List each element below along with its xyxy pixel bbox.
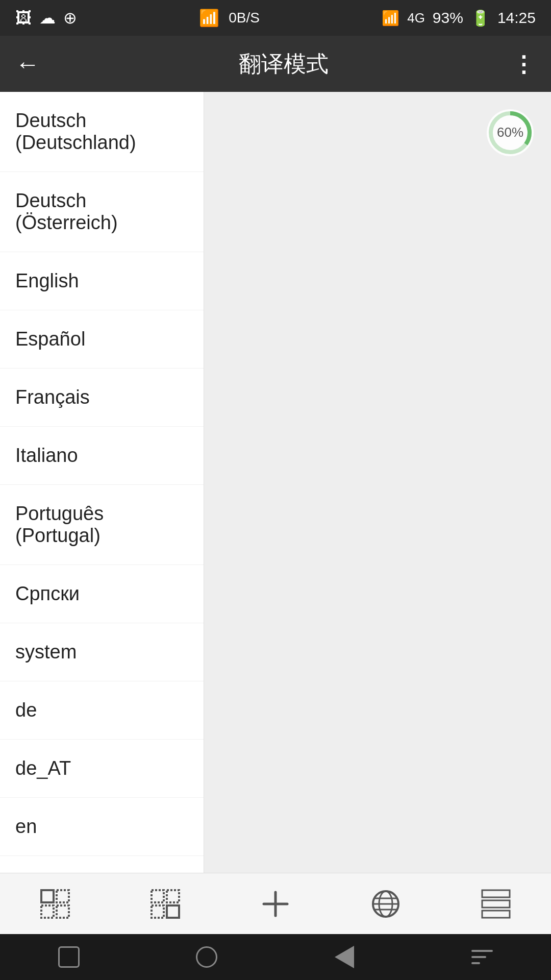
status-bar-center: 📶 0B/S: [199, 8, 260, 28]
status-bar-right: 📶 4G 93% 🔋 14:25: [382, 9, 536, 27]
clock: 14:25: [497, 9, 536, 27]
grid-corner-icon[interactable]: [147, 886, 183, 922]
svg-rect-18: [482, 890, 510, 897]
svg-rect-8: [167, 890, 179, 902]
language-item[interactable]: de_AT: [0, 740, 204, 798]
progress-circle: 60%: [485, 107, 536, 158]
language-item[interactable]: en: [0, 798, 204, 856]
language-item[interactable]: de: [0, 681, 204, 740]
svg-rect-4: [57, 890, 69, 902]
back-button[interactable]: ←: [15, 50, 40, 78]
nav-menu-button[interactable]: [467, 942, 497, 972]
language-item[interactable]: Português (Portugal): [0, 485, 204, 565]
globe-icon[interactable]: [368, 886, 404, 922]
status-bar: 🖼 ☁ ⊕ 📶 0B/S 📶 4G 93% 🔋 14:25: [0, 0, 551, 36]
overflow-menu-button[interactable]: ⋮: [512, 51, 536, 77]
svg-rect-10: [167, 905, 179, 918]
translation-panel: 60%: [204, 92, 551, 873]
cloud-icon: ☁: [39, 8, 56, 28]
language-item[interactable]: Deutsch (Deutschland): [0, 92, 204, 172]
battery-icon: 🔋: [471, 9, 490, 27]
status-bar-left: 🖼 ☁ ⊕: [15, 8, 77, 28]
network-speed: 0B/S: [229, 10, 260, 26]
progress-label: 60%: [497, 125, 523, 140]
language-item[interactable]: Italiano: [0, 427, 204, 485]
language-item[interactable]: system: [0, 623, 204, 681]
4g-label: 4G: [407, 10, 425, 26]
page-title: 翻译模式: [55, 49, 512, 79]
svg-rect-9: [152, 905, 164, 918]
sync-icon: ⊕: [63, 8, 77, 28]
svg-rect-20: [482, 911, 510, 918]
language-item[interactable]: Español: [0, 310, 204, 369]
grid-select-icon[interactable]: [37, 886, 73, 922]
svg-rect-7: [152, 890, 164, 902]
language-item[interactable]: Српски: [0, 565, 204, 623]
language-item[interactable]: English: [0, 252, 204, 310]
battery-percent: 93%: [433, 9, 463, 27]
svg-rect-3: [41, 890, 54, 902]
bottom-toolbar: [0, 873, 551, 934]
nav-recent-button[interactable]: [54, 942, 84, 972]
language-list: Deutsch (Deutschland)Deutsch (Österreich…: [0, 92, 204, 873]
svg-rect-19: [482, 900, 510, 908]
svg-rect-5: [41, 905, 54, 918]
main-content: Deutsch (Deutschland)Deutsch (Österreich…: [0, 92, 551, 873]
nav-bar: [0, 934, 551, 980]
add-button[interactable]: [258, 886, 293, 922]
language-item[interactable]: Français: [0, 369, 204, 427]
svg-rect-6: [57, 905, 69, 918]
language-item[interactable]: Deutsch (Österreich): [0, 172, 204, 252]
nav-back-button[interactable]: [329, 942, 360, 972]
list-icon[interactable]: [478, 886, 514, 922]
wifi-icon: 📶: [199, 8, 219, 28]
nav-home-button[interactable]: [191, 942, 222, 972]
signal-icon: 📶: [382, 10, 399, 27]
photo-icon: 🖼: [15, 9, 32, 28]
app-bar: ← 翻译模式 ⋮: [0, 36, 551, 92]
